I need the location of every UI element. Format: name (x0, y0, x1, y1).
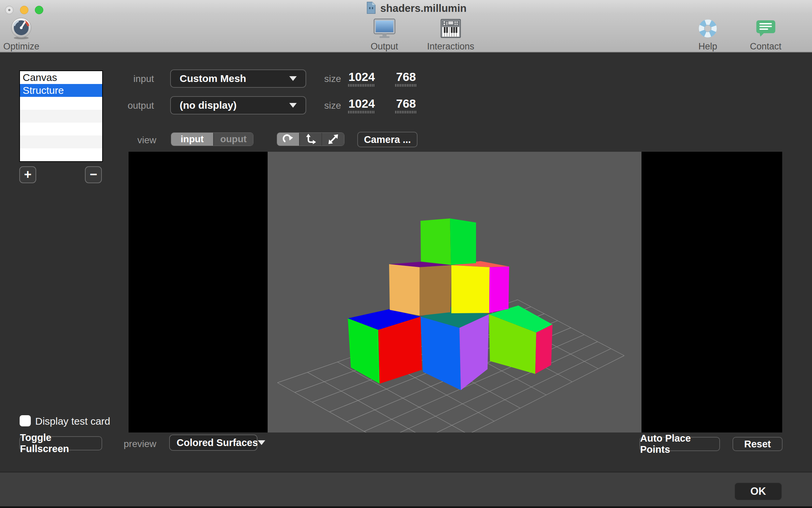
bottom-middle-cube (421, 306, 489, 390)
translate-tool-icon[interactable] (299, 133, 322, 146)
view-segmented-control: input ouput (171, 132, 253, 146)
millumin-output-mapping-window: shaders.millumin Optimize (0, 0, 812, 508)
toolbar-item-help[interactable]: Help (698, 16, 718, 52)
drag-handle-hatch (348, 111, 375, 113)
grid-line (277, 383, 416, 432)
view-label: view (106, 135, 156, 146)
toolbar-item-interactions[interactable]: Interactions (427, 16, 474, 52)
preview-mode-dropdown[interactable]: Colored Surfaces (169, 435, 257, 451)
preview-mode-value: Colored Surfaces (177, 437, 258, 448)
layer-list-empty-row[interactable] (20, 135, 102, 148)
window-bottom-edge (0, 506, 812, 508)
layer-list-empty-row[interactable] (20, 123, 102, 135)
output-display-value: (no display) (180, 100, 289, 111)
window-title-area: shaders.millumin (366, 2, 467, 15)
input-source-value: Custom Mesh (180, 73, 289, 84)
ok-button[interactable]: OK (734, 482, 782, 501)
toolbar-label-interactions: Interactions (427, 41, 474, 52)
add-layer-button[interactable]: + (19, 166, 36, 183)
structure-cubes (348, 218, 552, 390)
output-width-field[interactable]: 1024 (346, 96, 378, 114)
input-height-value: 768 (396, 71, 416, 83)
chevron-down-icon (258, 440, 265, 445)
toolbar-label-help: Help (698, 41, 717, 52)
middle-left-cube (389, 262, 451, 316)
output-display-dropdown[interactable]: (no display) (170, 96, 306, 114)
rotate-tool-icon[interactable] (277, 133, 299, 146)
middle-left-cube-left-face (389, 264, 420, 316)
top-cube (421, 218, 476, 265)
middle-right-cube (451, 261, 509, 313)
toolbar-label-contact: Contact (750, 41, 781, 52)
toolbar-item-output[interactable]: Output (370, 16, 398, 52)
preview-area (129, 152, 782, 432)
toolbar-item-optimize[interactable]: Optimize (3, 16, 40, 52)
input-width-field[interactable]: 1024 (346, 69, 378, 88)
view-input-segment[interactable]: input (171, 133, 213, 146)
display-test-card-label: Display test card (35, 416, 110, 427)
drag-handle-hatch (395, 84, 417, 87)
toolbar-label-optimize: Optimize (3, 41, 40, 52)
toolbar: shaders.millumin Optimize (0, 0, 812, 52)
toolbar-item-contact[interactable]: Contact (750, 16, 781, 52)
document-icon (366, 2, 376, 15)
input-label: input (103, 73, 154, 84)
close-window-button[interactable] (5, 6, 14, 14)
bottom-right-cube-right-face (535, 324, 552, 374)
preview-3d-scene[interactable] (268, 152, 641, 432)
output-height-field[interactable]: 768 (392, 96, 420, 114)
auto-place-points-button[interactable]: Auto Place Points (639, 437, 720, 451)
display-monitor-icon (373, 16, 396, 41)
middle-right-cube-right-face (489, 267, 509, 313)
toolbar-label-output: Output (370, 41, 398, 52)
scale-tool-icon[interactable] (321, 133, 344, 146)
view-output-segment[interactable]: ouput (213, 133, 253, 146)
preview-mode-label: preview (106, 439, 156, 449)
toggle-fullscreen-button[interactable]: Toggle Fullscreen (19, 436, 102, 450)
preview-3d-viewport[interactable] (268, 152, 641, 432)
footer-bar (0, 472, 812, 506)
layer-list-item[interactable]: Structure (20, 84, 102, 97)
layer-list-empty-row[interactable] (20, 97, 102, 110)
midi-keyboard-icon (441, 16, 461, 41)
top-cube-left-face (421, 218, 451, 265)
input-source-dropdown[interactable]: Custom Mesh (170, 69, 306, 88)
optimize-gauge-icon (10, 16, 33, 41)
transform-tool-group (277, 132, 344, 146)
zoom-window-button[interactable] (35, 6, 43, 14)
layer-list-item[interactable]: Canvas (20, 71, 102, 84)
drag-handle-hatch (348, 84, 375, 87)
layer-list-empty-row[interactable] (20, 148, 102, 161)
display-test-card-checkbox[interactable] (20, 415, 31, 426)
output-label: output (103, 100, 154, 111)
input-size-label: size (290, 73, 341, 84)
drag-handle-hatch (395, 111, 417, 113)
input-width-value: 1024 (348, 71, 375, 83)
middle-right-cube-left-face (451, 265, 490, 313)
output-height-value: 768 (396, 98, 416, 110)
window-title: shaders.millumin (380, 2, 467, 15)
window-controls (5, 6, 43, 14)
camera-button[interactable]: Camera ... (357, 132, 418, 147)
remove-layer-button[interactable]: − (85, 166, 102, 183)
speech-bubble-contact-icon (756, 16, 775, 41)
lifebuoy-help-icon (698, 16, 718, 41)
output-size-label: size (290, 100, 341, 111)
bottom-right-cube (489, 305, 552, 374)
layer-list-empty-row[interactable] (20, 110, 102, 123)
layers-list[interactable]: CanvasStructure (19, 70, 103, 162)
middle-left-cube-right-face (420, 265, 451, 316)
reset-button[interactable]: Reset (732, 437, 783, 451)
top-cube-right-face (450, 218, 476, 265)
output-width-value: 1024 (348, 98, 375, 110)
bottom-left-cube (348, 309, 422, 384)
minimize-window-button[interactable] (20, 6, 28, 14)
input-height-field[interactable]: 768 (392, 69, 420, 88)
bottom-middle-cube-left-face (421, 317, 461, 390)
